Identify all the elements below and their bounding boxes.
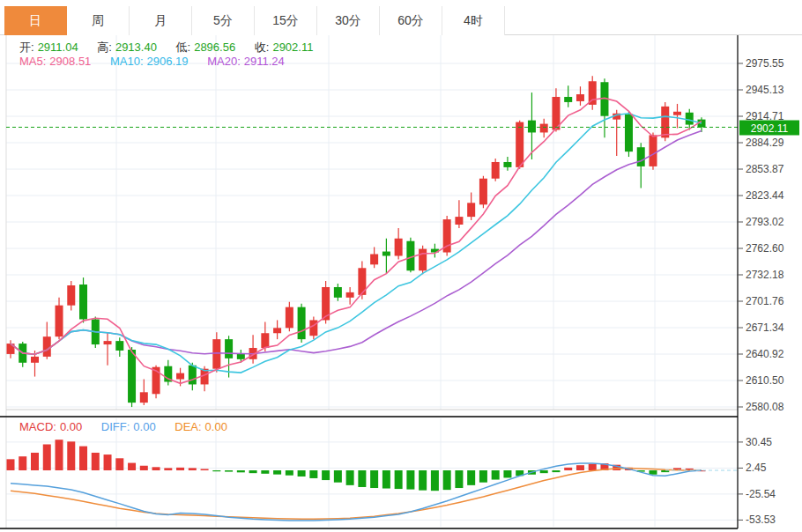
macd-histogram-bar [358, 470, 366, 487]
macd-histogram-bar [479, 470, 487, 483]
candle-body [176, 373, 184, 380]
macd-histogram-bar [395, 470, 403, 489]
tab-label: 周 [92, 13, 104, 29]
candle-body [346, 292, 354, 298]
ma10-value: 2906.19 [147, 55, 189, 68]
macd-label: MACD: [19, 420, 56, 433]
macd-histogram-bar [7, 459, 15, 470]
tab-label: 5分 [213, 13, 233, 29]
macd-histogram-bar [140, 466, 148, 470]
price-axis-label: 2884.29 [746, 137, 783, 149]
open-label: 开: [19, 41, 34, 54]
macd-histogram-bar [152, 467, 160, 470]
macd-histogram-bar [31, 453, 39, 470]
tab-day[interactable]: 日 [4, 6, 67, 35]
candle-body [261, 333, 269, 348]
candle-body [309, 320, 317, 336]
candle-body [56, 306, 63, 337]
macd-histogram-bar [589, 464, 597, 470]
ma5-line [11, 98, 702, 383]
ma-info-row: MA5:2908.51 MA10:2906.19 MA20:2911.24 [19, 55, 288, 68]
high-label: 高: [97, 41, 112, 54]
price-axis-label: 2762.60 [746, 242, 783, 255]
candle-body [31, 357, 39, 363]
macd-histogram-bar [79, 447, 87, 470]
macd-histogram-bar [649, 470, 657, 475]
tab-label: 15分 [272, 13, 299, 29]
tab-label: 4时 [464, 13, 483, 29]
candle-body [225, 339, 233, 358]
low-value: 2896.56 [194, 41, 235, 54]
macd-histogram-bar [67, 441, 75, 470]
price-axis-label: 2701.76 [746, 295, 783, 307]
candle-body [79, 284, 87, 319]
macd-histogram-bar [115, 458, 123, 470]
ma10-label: MA10: [110, 55, 144, 68]
ma10-line [11, 114, 702, 373]
candle-body [67, 285, 75, 306]
candle-body [661, 107, 669, 138]
candle-body [128, 350, 136, 403]
candle-body [419, 249, 427, 271]
dea-value: 0.00 [205, 420, 227, 433]
macd-histogram-bar [503, 470, 511, 477]
candle-body [370, 255, 378, 265]
macd-histogram-bar [225, 470, 233, 472]
candle-body [43, 336, 51, 357]
last-price-tag: 2902.11 [739, 121, 799, 136]
macd-histogram-bar [201, 469, 209, 470]
price-axis-label: 2580.08 [746, 401, 783, 413]
candle-body [479, 179, 487, 205]
tab-month[interactable]: 月 [130, 6, 192, 35]
price-axis-label: 2945.13 [746, 84, 783, 96]
period-tab-bar: 日 周 月 5分 15分 30分 60分 4时 [0, 0, 802, 35]
macd-histogram-bar [540, 470, 548, 473]
tab-week[interactable]: 周 [67, 6, 130, 35]
tab-30min[interactable]: 30分 [317, 6, 380, 35]
tab-label: 30分 [335, 13, 361, 29]
candle-body [140, 392, 148, 403]
tab-60min[interactable]: 60分 [380, 6, 442, 35]
kline-chart-canvas[interactable] [0, 0, 802, 532]
candle-body [503, 162, 511, 167]
macd-histogram-bar [19, 456, 26, 470]
macd-histogram-bar [286, 470, 293, 476]
macd-histogram-bar [92, 453, 100, 470]
candle-body [516, 122, 524, 167]
tab-5min[interactable]: 5分 [192, 6, 255, 35]
macd-histogram-bar [576, 465, 584, 470]
tab-4hour[interactable]: 4时 [442, 6, 505, 35]
macd-histogram-bar [43, 444, 51, 470]
price-axis-label: 2671.34 [746, 321, 783, 334]
ma5-value: 2908.51 [49, 55, 91, 68]
macd-histogram-bar [455, 470, 463, 488]
candle-body [115, 341, 123, 351]
macd-histogram-bar [56, 440, 63, 470]
macd-axis-label: 30.45 [746, 436, 772, 448]
macd-histogram-bar [212, 470, 220, 471]
macd-histogram-bar [443, 470, 451, 490]
candle-body [528, 121, 536, 133]
macd-histogram-bar [261, 470, 269, 474]
macd-histogram-bar [406, 470, 414, 490]
macd-histogram-bar [419, 470, 427, 491]
macd-histogram-bar [298, 470, 306, 477]
ma20-value: 2911.24 [244, 55, 285, 68]
candle-body [395, 239, 403, 256]
ma5-label: MA5: [19, 55, 46, 68]
macd-axis-label: -53.53 [746, 514, 776, 526]
candle-body [237, 354, 245, 359]
tab-15min[interactable]: 15分 [255, 6, 317, 35]
price-axis-label: 2975.55 [746, 57, 783, 70]
macd-histogram-bar [467, 470, 475, 485]
candle-body [673, 112, 681, 115]
diff-label: DIFF: [101, 420, 130, 433]
candle-body [637, 147, 645, 166]
macd-histogram-bar [346, 470, 354, 485]
close-label: 收: [255, 41, 270, 54]
candle-body [467, 203, 475, 217]
macd-histogram-bar [552, 470, 560, 472]
price-axis-label: 2732.18 [746, 269, 783, 281]
price-axis-label: 2793.02 [746, 216, 783, 228]
candle-body [334, 287, 342, 298]
